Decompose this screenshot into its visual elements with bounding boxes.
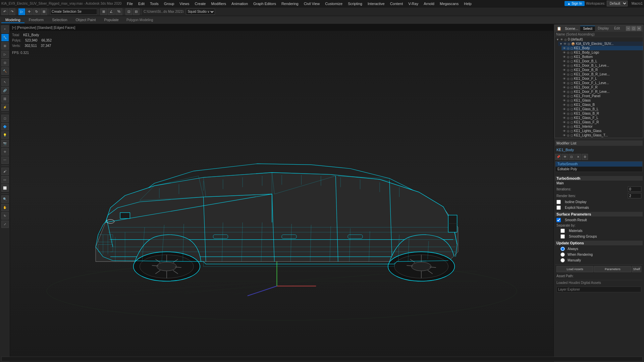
- hierarchy-icon[interactable]: ⊞: [1, 42, 9, 50]
- utilities-icon[interactable]: 🔨: [1, 67, 9, 75]
- rotate-btn[interactable]: ↻: [33, 8, 40, 15]
- menu-scripting[interactable]: Scripting: [345, 1, 365, 6]
- undo-button[interactable]: ↶: [1, 8, 8, 15]
- se-item-ke1-door-fr[interactable]: 👁◎◻ KE1_Door_F_R: [561, 85, 643, 89]
- ts-always-radio[interactable]: [560, 247, 565, 251]
- mod-unique-btn[interactable]: ⊡: [569, 154, 575, 160]
- motion-icon[interactable]: ▷: [1, 51, 9, 58]
- paint-icon[interactable]: 🖌: [1, 168, 9, 175]
- se-item-ke1-glass[interactable]: 👁◎◻ KE1_Glass: [561, 98, 643, 103]
- redo-button[interactable]: ↷: [9, 8, 15, 15]
- workspace-selector[interactable]: Default: [607, 1, 628, 6]
- window-crossing-icon[interactable]: ⬜: [1, 184, 9, 192]
- arc-rotate-icon[interactable]: ↻: [1, 212, 9, 220]
- ts-manually-radio[interactable]: [560, 258, 565, 262]
- load-assets-btn[interactable]: Load Assets: [556, 266, 593, 272]
- se-item-ke1-glass-fl[interactable]: 👁◎◻ KE1_Glass_F_L: [561, 116, 643, 120]
- bind-icon[interactable]: ⚡: [1, 104, 9, 111]
- display-icon[interactable]: ◎: [1, 59, 9, 66]
- sign-in-button[interactable]: ▲ Sign In: [565, 1, 585, 6]
- se-item-ke1-lights-glass-t[interactable]: 👁◎◻ KE1_Lights_Glass_T...: [561, 133, 643, 137]
- menu-graph-editors[interactable]: Graph Editors: [251, 1, 279, 6]
- menu-help[interactable]: Help: [461, 1, 474, 6]
- mod-editable-poly[interactable]: Editable Poly: [555, 167, 642, 172]
- menu-edit[interactable]: Edit: [136, 1, 147, 6]
- mod-pin-btn[interactable]: 📌: [555, 154, 561, 160]
- se-item-ke1-lights-glass[interactable]: 👁◎◻ KE1_Lights_Glass: [561, 129, 643, 133]
- menu-interactive[interactable]: Interactive: [365, 1, 387, 6]
- menu-vray[interactable]: V-Ray: [406, 1, 421, 6]
- menu-group[interactable]: Group: [161, 1, 177, 6]
- ts-explicit-checkbox[interactable]: [556, 205, 561, 210]
- se-item-ke1-glass-bl[interactable]: 👁◎◻ KE1_Glass_B_L: [561, 107, 643, 111]
- menu-megascans[interactable]: Megascans: [437, 1, 461, 6]
- menu-content[interactable]: Content: [387, 1, 406, 6]
- camera-icon[interactable]: 📷: [1, 140, 9, 147]
- se-item-ke1-body-logo[interactable]: 👁◎◻ KE1_Body_Logo: [561, 50, 643, 55]
- menu-file[interactable]: File: [124, 1, 136, 6]
- mod-show-btn[interactable]: 👁: [562, 154, 568, 160]
- viewport[interactable]: [+] [Perspective] [Standard] [Edged Face…: [10, 24, 553, 362]
- se-item-ke1-lights-truck-b[interactable]: 👁◎◻ KE1_Lights_Truck_B...: [561, 137, 643, 138]
- link-icon[interactable]: 🔗: [1, 87, 9, 94]
- mod-configure-btn[interactable]: ⚙: [582, 154, 588, 160]
- se-item-kia[interactable]: ▼ 👁 ◎ 📦 KIA_EV9_Electric_SUV...: [558, 42, 643, 46]
- ts-smoothing-groups-checkbox[interactable]: [560, 234, 565, 239]
- tab-object-paint[interactable]: Object Paint: [72, 17, 100, 23]
- menu-create[interactable]: Create: [192, 1, 208, 6]
- mirror-btn[interactable]: ⊡: [125, 8, 132, 15]
- modify-icon[interactable]: 🔧: [1, 34, 9, 41]
- ts-materials-checkbox[interactable]: [560, 229, 565, 233]
- se-item-ke1-door-bl-lev[interactable]: 👁◎◻ KE1_Door_B_L_Leve...: [561, 63, 643, 68]
- se-tab-select[interactable]: Select: [580, 26, 595, 31]
- ts-isoline-checkbox[interactable]: [556, 200, 561, 204]
- mod-turbosmooth[interactable]: TurboSmooth: [555, 162, 642, 167]
- se-close-btn[interactable]: ×: [637, 26, 641, 31]
- maximize-icon[interactable]: ⤢: [1, 221, 9, 228]
- se-item-ke1-glass-b[interactable]: 👁◎◻ KE1_Glass_B: [561, 103, 643, 107]
- percent-snap-btn[interactable]: %: [115, 8, 122, 15]
- se-tab-display[interactable]: Display: [595, 26, 611, 31]
- shelf-btn[interactable]: Shelf: [632, 266, 642, 272]
- menu-modifiers[interactable]: Modifiers: [208, 1, 229, 6]
- move-btn[interactable]: ✛: [26, 8, 33, 15]
- tab-selection[interactable]: Selection: [48, 17, 71, 23]
- se-item-ke1-glass-fr[interactable]: 👁◎◻ KE1_Glass_F_R: [561, 120, 643, 124]
- unlink-icon[interactable]: ⛓: [1, 95, 9, 103]
- studio-selector[interactable]: Squid Studio v: [186, 9, 215, 15]
- se-item-ke1-door-fr-lev[interactable]: 👁◎◻ KE1_Door_F_R_Leve...: [561, 89, 643, 94]
- selection-filter[interactable]: [50, 9, 97, 15]
- menu-views[interactable]: Views: [177, 1, 192, 6]
- select-icon[interactable]: ↖: [1, 78, 9, 86]
- se-item-ke1-door-bl[interactable]: 👁◎◻ KE1_Door_B_L: [561, 59, 643, 63]
- se-restore-btn[interactable]: □: [631, 26, 636, 31]
- se-item-ke1-door-br[interactable]: 👁◎◻ KE1_Door_B_R: [561, 68, 643, 72]
- tab-freeform[interactable]: Freeform: [25, 17, 48, 23]
- select-btn[interactable]: ▷: [18, 8, 25, 15]
- se-item-ke1-glass-br[interactable]: 👁◎◻ KE1_Glass_B_R: [561, 111, 643, 116]
- angle-snap-btn[interactable]: ∠: [108, 8, 115, 15]
- shape-icon[interactable]: 🔷: [1, 123, 9, 130]
- mod-remove-btn[interactable]: ✕: [575, 154, 581, 160]
- align-btn[interactable]: ⊟: [133, 8, 140, 15]
- pan-icon[interactable]: ✋: [1, 204, 9, 211]
- parameters-btn[interactable]: Parameters: [594, 266, 631, 272]
- se-minimize-btn[interactable]: −: [626, 26, 631, 31]
- selection-region-icon[interactable]: ▭: [1, 176, 9, 183]
- se-item-ke1-door-fl[interactable]: 👁◎◻ KE1_Door_F_L: [561, 76, 643, 81]
- menu-rendering[interactable]: Rendering: [279, 1, 301, 6]
- se-item-default[interactable]: ▼ 👁 ◎ 0 (default): [555, 37, 643, 42]
- menu-arnold[interactable]: Arnold: [421, 1, 437, 6]
- helper-icon[interactable]: ✛: [1, 148, 9, 156]
- ts-smooth-result-checkbox[interactable]: [556, 218, 561, 222]
- menu-tools[interactable]: Tools: [147, 1, 161, 6]
- se-item-ke1-front-panel[interactable]: 👁◎◻ KE1_Front_Panel: [561, 94, 643, 98]
- se-item-ke1-body[interactable]: 👁 ◎ ◻ KE1_Body: [561, 46, 643, 50]
- tab-modeling[interactable]: Modeling: [1, 17, 24, 23]
- scale-btn[interactable]: ⊞: [41, 8, 47, 15]
- ts-iterations-input[interactable]: [628, 186, 641, 192]
- snap-btn[interactable]: ⊞: [100, 8, 107, 15]
- ts-when-rendering-radio[interactable]: [560, 252, 565, 257]
- menu-customize[interactable]: Customize: [322, 1, 345, 6]
- se-item-ke1-door-br-lev[interactable]: 👁◎◻ KE1_Door_B_R_Leve...: [561, 72, 643, 76]
